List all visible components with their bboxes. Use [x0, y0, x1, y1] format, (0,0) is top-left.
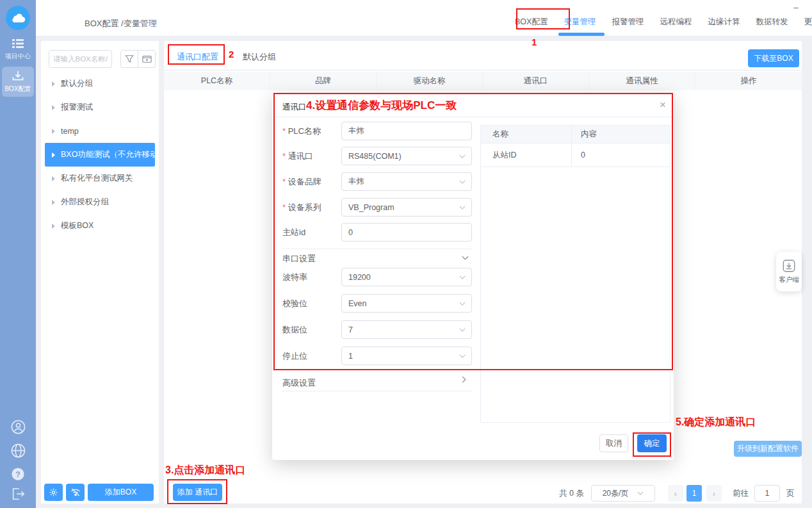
parity-select[interactable]: Even — [341, 294, 472, 313]
project-list-icon — [12, 38, 24, 49]
nav-variable-management[interactable]: 变量管理 — [564, 17, 596, 28]
folder-plus-icon — [142, 54, 152, 63]
chevron-down-icon — [459, 180, 466, 184]
column-header: 驱动名称 — [377, 72, 483, 90]
expand-arrow-icon — [52, 224, 55, 229]
group-item-default[interactable]: 默认分组 — [41, 72, 159, 95]
sidebar-item-label: 项目中心 — [0, 52, 36, 61]
stop-bits-select[interactable]: 1 — [341, 347, 472, 365]
page-size-select[interactable]: 20条/页 — [591, 485, 655, 502]
add-comm-port-button[interactable]: 添加 通讯口 — [173, 484, 222, 501]
master-id-input[interactable] — [341, 223, 472, 242]
nav-remote-programming[interactable]: 远程编程 — [660, 17, 692, 28]
breadcrumb: BOX配置 /变量管理 — [85, 18, 157, 29]
wifi-off-button[interactable] — [66, 484, 85, 501]
sidebar-item-box-config[interactable]: BOX配置 — [2, 67, 34, 97]
cloud-logo-icon — [10, 13, 26, 23]
group-item-temp[interactable]: temp — [41, 119, 159, 143]
nav-data-forwarding[interactable]: 数据转发 — [756, 17, 788, 28]
group-item-external-auth[interactable]: 外部授权分组 — [41, 190, 159, 214]
baud-rate-select[interactable]: 19200 — [341, 268, 472, 286]
nav-alarm-management[interactable]: 报警管理 — [612, 17, 644, 28]
expand-arrow-icon — [52, 81, 55, 86]
plc-name-label: PLC名称 — [282, 126, 321, 137]
chevron-down-icon — [459, 302, 466, 306]
add-group-button[interactable] — [138, 50, 156, 68]
comm-port-modal: 通讯口 × PLC名称 通讯口 RS485(COM1) 设备品牌 丰炜 设备系列… — [272, 93, 674, 460]
device-series-select[interactable]: VB_Program — [341, 198, 472, 217]
group-item-bxo-test[interactable]: BXO功能测试（不允许移动） — [45, 143, 155, 167]
app-sidebar: 项目中心 BOX配置 ? — [0, 0, 36, 508]
plc-name-input[interactable] — [341, 122, 472, 140]
tab-default-group[interactable]: 默认分组 — [243, 51, 276, 63]
attr-row-slave-id[interactable]: 从站ID 0 — [481, 143, 670, 167]
next-page-button[interactable]: › — [706, 485, 722, 502]
gear-icon — [49, 488, 58, 497]
modal-close-icon[interactable]: × — [660, 99, 666, 110]
globe-icon[interactable] — [0, 443, 36, 458]
expand-arrow-icon — [52, 152, 55, 158]
device-brand-select[interactable]: 丰炜 — [341, 172, 472, 191]
parity-label: 校验位 — [282, 298, 307, 309]
sidebar-item-label: BOX配置 — [2, 85, 34, 94]
chevron-down-icon — [459, 206, 466, 209]
client-widget-label: 客户端 — [779, 275, 799, 284]
main-tabbar: 通讯口配置 默认分组 下载至BOX — [164, 41, 802, 70]
prev-page-button[interactable]: ‹ — [668, 485, 683, 502]
expand-arrow-icon — [52, 129, 55, 134]
client-download-widget[interactable]: 客户端 — [776, 252, 802, 291]
comm-port-select[interactable]: RS485(COM1) — [341, 147, 472, 165]
group-item-alarm-test[interactable]: 报警测试 — [41, 95, 159, 119]
settings-button[interactable] — [44, 484, 63, 501]
master-id-label: 主站id — [282, 227, 305, 238]
box-group-list: 默认分组 报警测试 temp BXO功能测试（不允许移动） 私有化平台测试网关 … — [41, 72, 159, 238]
tab-comm-port-config[interactable]: 通讯口配置 — [177, 51, 218, 63]
group-item-template-box[interactable]: 模板BOX — [41, 214, 159, 238]
chevron-down-icon — [459, 275, 466, 279]
column-header: 通讯口 — [483, 72, 589, 90]
advanced-settings-header[interactable]: 高级设置 — [282, 377, 316, 389]
download-to-box-button[interactable]: 下载至BOX — [748, 49, 799, 67]
serial-settings-header[interactable]: 串口设置 — [282, 253, 316, 265]
column-header: 通讯属性 — [589, 72, 695, 90]
cancel-button[interactable]: 取消 — [599, 434, 628, 452]
upgrade-software-button[interactable]: 升级到新配置软件 — [734, 441, 802, 457]
help-icon[interactable]: ? — [0, 467, 36, 481]
pagination-total: 共 0 条 — [559, 488, 584, 499]
svg-text:?: ? — [15, 470, 20, 479]
chevron-right-icon[interactable] — [462, 376, 466, 383]
nav-more-functions[interactable]: 更多功能 — [804, 17, 812, 28]
plc-table-header: PLC名称 品牌 驱动名称 通讯口 通讯属性 操作 — [164, 72, 802, 90]
nav-edge-computing[interactable]: 边缘计算 — [708, 17, 740, 28]
chevron-down-icon — [637, 491, 644, 495]
filter-button[interactable] — [120, 50, 138, 68]
divider — [272, 117, 674, 117]
download-tray-icon — [12, 70, 24, 81]
active-tab-underline — [558, 33, 605, 36]
chevron-down-icon — [459, 328, 466, 332]
add-box-button[interactable]: 添加BOX — [88, 484, 154, 501]
logout-icon[interactable] — [0, 487, 36, 501]
comm-attribute-table: 名称 内容 从站ID 0 — [480, 125, 670, 423]
data-bits-label: 数据位 — [282, 324, 307, 336]
data-bits-select[interactable]: 7 — [341, 320, 472, 339]
window-controls: – □ × — [792, 3, 812, 12]
search-input[interactable] — [49, 50, 112, 68]
baud-rate-label: 波特率 — [282, 272, 307, 283]
ok-button[interactable]: 确定 — [637, 434, 667, 452]
sidebar-item-project-center[interactable]: 项目中心 — [0, 38, 36, 61]
current-page-button[interactable]: 1 — [686, 485, 702, 502]
group-item-private-platform[interactable]: 私有化平台测试网关 — [41, 167, 159, 190]
comm-port-label: 通讯口 — [282, 151, 313, 162]
user-icon[interactable] — [0, 420, 36, 434]
attr-value-column: 内容 — [572, 126, 670, 143]
attr-name-column: 名称 — [481, 126, 572, 143]
app-logo[interactable] — [6, 6, 30, 30]
minimize-button[interactable]: – — [792, 3, 800, 12]
page-suffix-label: 页 — [786, 488, 795, 499]
chevron-down-icon[interactable] — [462, 256, 469, 260]
divider — [282, 391, 472, 391]
wifi-off-icon — [70, 488, 81, 497]
nav-box-config[interactable]: BOX配置 — [515, 17, 548, 28]
goto-page-input[interactable] — [754, 485, 780, 502]
